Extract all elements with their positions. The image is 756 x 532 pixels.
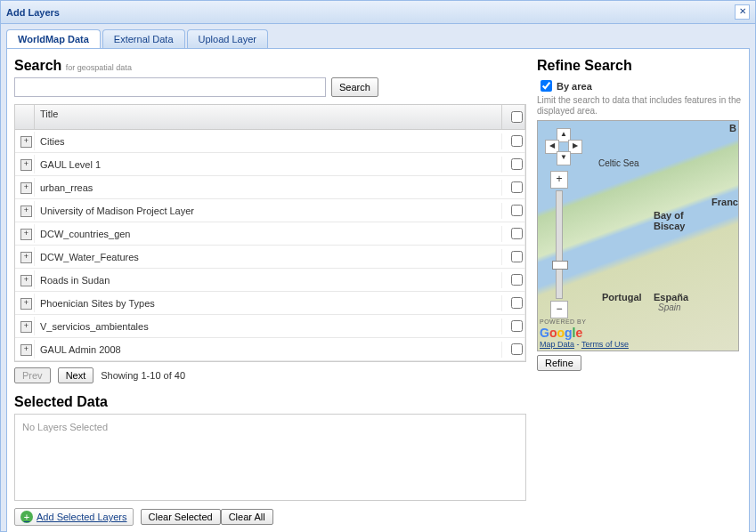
zoom-track[interactable] — [556, 190, 563, 299]
search-heading-text: Search — [14, 58, 61, 73]
google-logo: Google — [540, 326, 629, 340]
map-label: Portugal — [602, 292, 642, 302]
table-row[interactable]: + V_servicios_ambientales — [15, 315, 525, 338]
map-footer: POWERED BY Google Map Data - Terms of Us… — [540, 317, 629, 349]
plus-icon: + — [20, 511, 33, 523]
selected-heading: Selected Data — [14, 394, 526, 410]
col-header-expand — [15, 105, 35, 129]
pan-down-button[interactable]: ▼ — [557, 151, 571, 165]
expand-icon[interactable]: + — [20, 275, 32, 286]
by-area-label: By area — [557, 81, 592, 92]
row-title: GAUL Admin 2008 — [35, 342, 502, 358]
refine-desc: Limit the search to data that includes f… — [537, 95, 742, 117]
table-row[interactable]: + DCW_countries_gen — [15, 222, 525, 246]
search-row: Search — [14, 77, 526, 97]
map-pan-control: ▲ ◀ ▶ ▼ — [545, 128, 581, 164]
table-row[interactable]: + Cities — [15, 130, 525, 153]
add-selected-button[interactable]: + Add Selected Layers — [14, 508, 134, 526]
row-title: University of Madison Project Layer — [35, 203, 502, 219]
row-title: urban_rreas — [35, 180, 502, 196]
by-area-row[interactable]: By area — [537, 77, 742, 94]
tab-external-data[interactable]: External Data — [102, 29, 185, 48]
expand-icon[interactable]: + — [20, 252, 32, 263]
row-checkbox[interactable] — [511, 181, 523, 193]
table-row[interactable]: + urban_rreas — [15, 176, 525, 199]
expand-icon[interactable]: + — [20, 136, 32, 148]
search-input[interactable] — [14, 77, 326, 97]
expand-icon[interactable]: + — [20, 321, 32, 333]
expand-icon[interactable]: + — [20, 229, 32, 240]
refine-heading: Refine Search — [537, 58, 742, 74]
add-layers-window: Add Layers ✕ WorldMap Data External Data… — [0, 0, 756, 532]
titlebar: Add Layers ✕ — [1, 1, 755, 24]
next-button[interactable]: Next — [58, 367, 94, 383]
powered-by-text: POWERED BY — [540, 318, 586, 325]
terms-link[interactable]: Terms of Use — [581, 340, 629, 349]
clear-selected-button[interactable]: Clear Selected — [141, 509, 221, 525]
col-header-check — [502, 105, 525, 129]
expand-icon[interactable]: + — [20, 182, 32, 194]
row-title: V_servicios_ambientales — [35, 318, 502, 335]
selected-empty-text: No Layers Selected — [22, 422, 108, 432]
search-heading: Search for geospatial data — [14, 58, 526, 74]
table-row[interactable]: + GAUL Level 1 — [15, 153, 525, 176]
row-checkbox[interactable] — [511, 228, 523, 239]
row-title: Cities — [35, 133, 502, 149]
row-title: Phoenician Sites by Types — [35, 295, 502, 311]
table-row[interactable]: + Phoenician Sites by Types — [15, 292, 525, 315]
pager-status: Showing 1-10 of 40 — [101, 370, 185, 381]
row-checkbox[interactable] — [511, 274, 523, 286]
table-row[interactable]: + Roads in Sudan — [15, 269, 525, 292]
pager: Prev Next Showing 1-10 of 40 — [14, 367, 526, 383]
row-title: GAUL Level 1 — [35, 157, 502, 173]
close-button[interactable]: ✕ — [735, 4, 750, 20]
zoom-handle[interactable] — [552, 261, 568, 270]
prev-button[interactable]: Prev — [14, 367, 51, 383]
window-title: Add Layers — [6, 7, 60, 18]
add-selected-label: Add Selected Layers — [37, 512, 127, 522]
map-label: Celtic Sea — [598, 158, 639, 168]
table-row[interactable]: + DCW_Water_Features — [15, 246, 525, 269]
tab-upload-layer[interactable]: Upload Layer — [187, 29, 268, 48]
zoom-in-button[interactable]: + — [550, 171, 568, 189]
table-row[interactable]: + University of Madison Project Layer — [15, 199, 525, 222]
selected-box: No Layers Selected — [14, 414, 526, 501]
left-column: Search for geospatial data Search Title … — [14, 56, 526, 526]
row-checkbox[interactable] — [511, 320, 523, 332]
expand-icon[interactable]: + — [20, 159, 32, 171]
search-button[interactable]: Search — [331, 77, 378, 97]
tab-worldmap-data[interactable]: WorldMap Data — [6, 29, 101, 48]
row-title: Roads in Sudan — [35, 272, 502, 288]
map-label: Bay of Biscay — [654, 210, 685, 231]
grid-header: Title — [15, 105, 525, 130]
row-checkbox[interactable] — [511, 158, 523, 170]
map-label: Spain — [658, 302, 681, 312]
table-row[interactable]: + GAUL Admin 2008 — [15, 338, 525, 361]
row-checkbox[interactable] — [511, 343, 523, 355]
row-checkbox[interactable] — [511, 251, 523, 262]
row-title: DCW_countries_gen — [35, 226, 502, 242]
row-checkbox[interactable] — [511, 297, 523, 309]
row-checkbox[interactable] — [511, 135, 523, 147]
map-data-link[interactable]: Map Data — [540, 340, 574, 349]
zoom-control: + − — [550, 171, 568, 318]
action-row: + Add Selected Layers Clear SelectedClea… — [14, 508, 526, 526]
expand-icon[interactable]: + — [20, 298, 32, 310]
panel-body: Search for geospatial data Search Title … — [6, 48, 750, 532]
zoom-out-button[interactable]: − — [550, 301, 568, 318]
row-checkbox[interactable] — [511, 205, 523, 216]
results-grid: Title + Cities + GAUL Level 1 + — [14, 104, 526, 362]
map[interactable]: ▲ ◀ ▶ ▼ + − B Celtic Sea Bay of Biscay F… — [537, 120, 739, 351]
map-links: Map Data - Terms of Use — [540, 340, 629, 349]
tabstrip: WorldMap Data External Data Upload Layer — [1, 24, 755, 48]
header-checkbox[interactable] — [511, 111, 523, 123]
search-subheading: for geospatial data — [66, 63, 132, 72]
map-label: Franc — [711, 197, 738, 207]
refine-button[interactable]: Refine — [537, 355, 581, 371]
expand-icon[interactable]: + — [20, 344, 32, 356]
col-header-title[interactable]: Title — [35, 105, 502, 129]
clear-all-button[interactable]: Clear All — [221, 509, 273, 525]
right-column: Refine Search By area Limit the search t… — [537, 56, 742, 526]
by-area-checkbox[interactable] — [541, 80, 552, 92]
expand-icon[interactable]: + — [20, 206, 32, 217]
